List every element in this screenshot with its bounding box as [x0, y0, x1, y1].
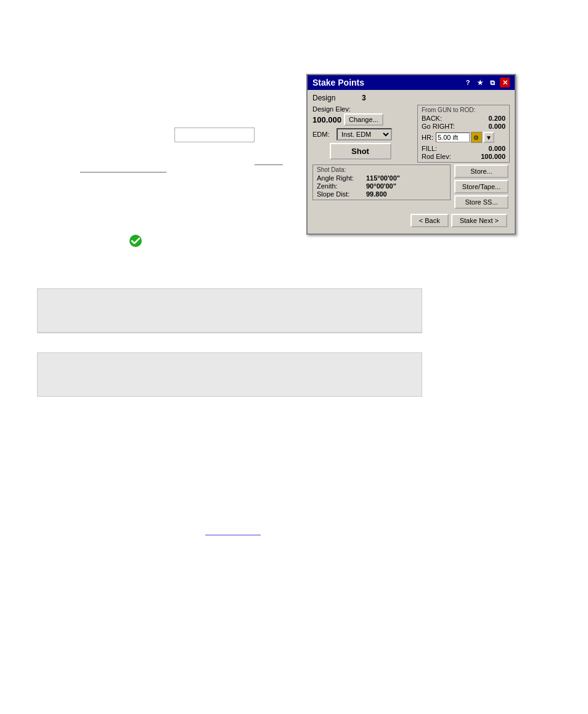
back-nav-button[interactable]: < Back [410, 214, 449, 227]
angle-right-label: Angle Right: [317, 174, 366, 182]
shot-button[interactable]: Shot [330, 143, 391, 160]
fill-row: FILL: 0.000 [422, 145, 505, 152]
gray-content-box-1 [37, 288, 422, 333]
gray-content-box-2 [37, 352, 422, 397]
hr-label: HR: [422, 134, 433, 141]
go-right-row: Go RIGHT: 0.000 [422, 123, 505, 130]
small-input-box [174, 128, 255, 142]
back-row: BACK: 0.200 [422, 115, 505, 122]
angle-right-value: 115°00'00" [366, 174, 400, 182]
go-right-label: Go RIGHT: [422, 123, 455, 130]
shot-data-section: Shot Data: Angle Right: 115°00'00" Zenit… [312, 164, 451, 200]
angle-right-row: Angle Right: 115°00'00" [317, 174, 446, 182]
design-value: 3 [362, 94, 366, 102]
slope-dist-label: Slope Dist: [317, 190, 366, 198]
zenith-row: Zenith: 90°00'00" [317, 182, 446, 190]
design-elev-label: Design Elev: [312, 105, 351, 113]
left-section: Design Elev: 100.000 Change... EDM: Inst… [312, 105, 408, 162]
go-right-value: 0.000 [488, 123, 505, 130]
design-row: Design 3 [312, 94, 510, 102]
design-elev-row: 100.000 Change... [312, 113, 408, 126]
edm-select[interactable]: Inst. EDM [337, 128, 392, 140]
gun-rod-section: From GUN to ROD: BACK: 0.200 Go RIGHT: 0… [417, 105, 510, 163]
hr-settings-icon[interactable]: ⚙ [471, 132, 482, 143]
design-elev-label-row: Design Elev: [312, 105, 408, 113]
design-label: Design [312, 94, 362, 102]
copy-icon[interactable]: ⧉ [488, 78, 497, 87]
edm-row: EDM: Inst. EDM [312, 128, 408, 140]
hr-dropdown-button[interactable]: ▼ [483, 132, 494, 143]
back-label: BACK: [422, 115, 442, 122]
fill-label: FILL: [422, 145, 437, 152]
zenith-label: Zenith: [317, 182, 366, 190]
store-ss-button[interactable]: Store SS... [454, 195, 508, 209]
decorative-line-1 [80, 172, 166, 172]
change-button[interactable]: Change... [344, 113, 383, 126]
slope-dist-row: Slope Dist: 99.800 [317, 190, 446, 198]
dialog-body: Design 3 Design Elev: 100.000 Change... … [308, 90, 515, 233]
dialog-title: Stake Points [312, 78, 364, 87]
design-elev-value: 100.000 [312, 115, 341, 124]
edm-label: EDM: [312, 131, 334, 138]
rod-elev-label: Rod Elev: [422, 153, 451, 160]
slope-dist-value: 99.800 [366, 190, 387, 198]
gray-box-divider [37, 333, 422, 333]
hr-row: HR: ⚙ ▼ [422, 132, 505, 143]
back-value: 0.200 [488, 115, 505, 122]
bottom-link-underline [205, 535, 261, 535]
hr-input[interactable] [436, 132, 470, 142]
rod-elev-value: 100.000 [481, 153, 505, 160]
upper-section: Design Elev: 100.000 Change... EDM: Inst… [312, 105, 510, 162]
stake-points-dialog: Stake Points ? ★ ⧉ ✕ Design 3 Design Ele… [306, 74, 516, 235]
close-button[interactable]: ✕ [500, 78, 510, 87]
titlebar-icons: ? ★ ⧉ ✕ [463, 78, 510, 87]
star-icon[interactable]: ★ [475, 78, 485, 87]
decorative-line-2 [255, 164, 283, 165]
shot-data-area: Shot Data: Angle Right: 115°00'00" Zenit… [312, 164, 451, 209]
dialog-titlebar: Stake Points ? ★ ⧉ ✕ [308, 75, 515, 90]
stake-next-button[interactable]: Stake Next > [451, 214, 507, 227]
store-button[interactable]: Store... [454, 164, 508, 178]
fill-value: 0.000 [488, 145, 505, 152]
bottom-bar: < Back Stake Next > [312, 211, 510, 230]
store-tape-button[interactable]: Store/Tape... [454, 180, 508, 193]
help-icon[interactable]: ? [463, 78, 473, 87]
rod-elev-row: Rod Elev: 100.000 [422, 153, 505, 160]
zenith-value: 90°00'00" [366, 182, 396, 190]
middle-section: Shot Data: Angle Right: 115°00'00" Zenit… [312, 164, 510, 209]
gun-rod-title: From GUN to ROD: [422, 107, 505, 113]
check-icon [129, 234, 142, 248]
action-buttons: Store... Store/Tape... Store SS... [454, 164, 510, 209]
shot-data-title: Shot Data: [317, 166, 446, 173]
